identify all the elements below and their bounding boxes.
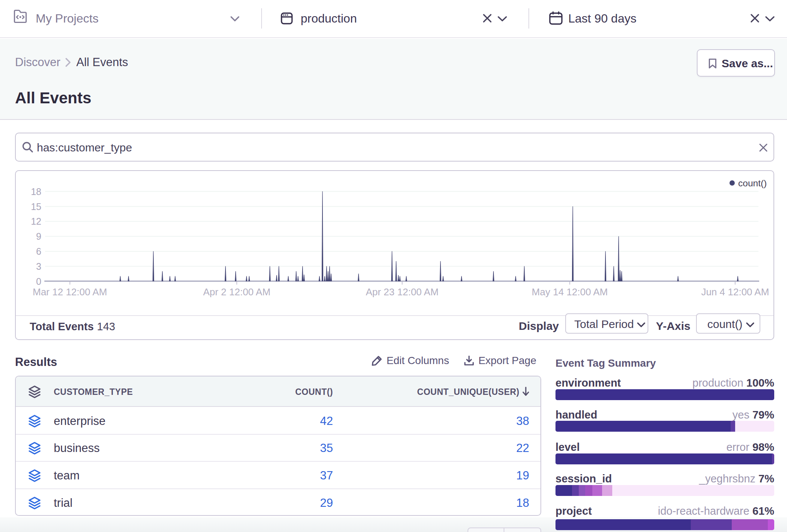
svg-text:Apr 2 12:00 AM: Apr 2 12:00 AM xyxy=(203,286,270,298)
svg-text:15: 15 xyxy=(31,201,41,212)
svg-text:9: 9 xyxy=(36,231,41,242)
svg-text:count(): count() xyxy=(738,178,767,188)
svg-text:18: 18 xyxy=(31,186,41,197)
svg-text:May 14 12:00 AM: May 14 12:00 AM xyxy=(532,286,608,298)
svg-text:Mar 12 12:00 AM: Mar 12 12:00 AM xyxy=(33,286,107,298)
svg-text:3: 3 xyxy=(36,261,41,272)
svg-text:6: 6 xyxy=(36,246,41,257)
svg-text:0: 0 xyxy=(36,276,41,287)
svg-text:Jun 4 12:00 AM: Jun 4 12:00 AM xyxy=(701,286,769,298)
svg-text:12: 12 xyxy=(31,216,41,227)
svg-text:Apr 23 12:00 AM: Apr 23 12:00 AM xyxy=(366,286,439,298)
